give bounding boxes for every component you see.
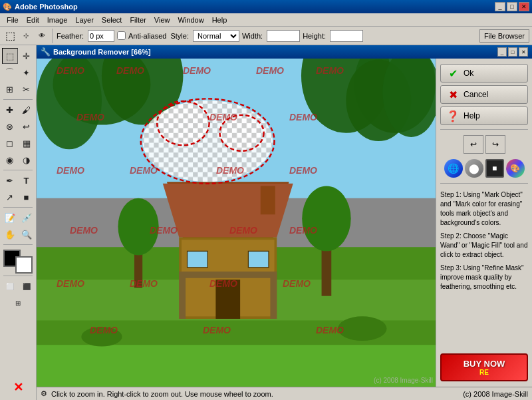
app-title: Adobe Photoshop	[15, 3, 78, 11]
toolbar-view-btn[interactable]: 👁	[35, 29, 49, 43]
toolbox: ⬚ ✛ ⌒ ✦ ⊞ ✂ ✚ 🖌 ⊗ ↩ ◻ ▦ ◉ ◑ ✒	[0, 45, 37, 400]
tool-shape[interactable]: ■	[19, 189, 35, 205]
tool-blur[interactable]: ◉	[2, 152, 18, 168]
svg-point-27	[338, 316, 386, 341]
buy-now-badge[interactable]: BUY NOW RE	[440, 353, 528, 381]
toolbar-tool-btn[interactable]: ⬚	[3, 29, 17, 43]
maximize-button[interactable]: □	[507, 2, 517, 11]
effect-btn-1[interactable]: 🌐	[444, 159, 463, 178]
effect-btn-4[interactable]: 🎨	[506, 159, 525, 178]
instruction-step2: Step 2: Choose "Magic Wand" or "Magic Fi…	[440, 232, 528, 260]
tool-text[interactable]: T	[19, 172, 35, 188]
tool-lasso[interactable]: ⌒	[2, 65, 18, 81]
undo-button[interactable]: ↩	[464, 135, 483, 154]
svg-rect-17	[261, 186, 275, 214]
instruction-step3: Step 3: Using "Refine Mask" improve mask…	[440, 264, 528, 292]
effect-btn-3[interactable]: ■	[485, 159, 504, 178]
menu-filter[interactable]: Filter	[126, 15, 150, 25]
copyright-text: (c) 2008 Image-Skill	[463, 390, 528, 398]
tool-row-5: ⊗ ↩	[2, 118, 35, 134]
help-button[interactable]: ❓ Help	[440, 106, 528, 125]
plugin-window: 🔧 Background Remover [66%] _ □ ✕	[37, 45, 532, 400]
tool-row-view: ⊞	[10, 295, 26, 311]
image-viewer[interactable]: DEMO DEMO DEMO DEMO DEMO DEMO DEMO DEMO …	[37, 59, 436, 387]
svg-point-22	[302, 186, 350, 251]
tool-slice[interactable]: ✂	[19, 81, 35, 97]
menu-file[interactable]: File	[3, 15, 23, 25]
tool-row-modes: ⬜ ⬛	[2, 278, 35, 294]
effect-btn-2[interactable]: ⬤	[465, 159, 483, 178]
ok-button[interactable]: ✔ Ok	[440, 64, 528, 83]
menu-edit[interactable]: Edit	[23, 15, 43, 25]
ok-label: Ok	[464, 69, 473, 78]
anti-aliased-label: Anti-aliased	[128, 32, 166, 40]
scene-svg	[37, 59, 436, 387]
svg-point-24	[118, 198, 158, 256]
feather-input[interactable]	[88, 30, 114, 42]
anti-aliased-checkbox[interactable]	[117, 31, 126, 40]
tool-gradient[interactable]: ▦	[19, 135, 35, 151]
width-input[interactable]	[267, 30, 300, 42]
tool-pen[interactable]: ✒	[2, 172, 18, 188]
minimize-button[interactable]: _	[495, 2, 505, 11]
tool-separator-5	[3, 276, 33, 276]
tool-mode-quick[interactable]: ⬛	[19, 278, 35, 294]
tool-separator-2	[3, 170, 33, 170]
style-select[interactable]: Normal Fixed Ratio Fixed Size	[193, 30, 239, 42]
menu-help[interactable]: Help	[208, 15, 231, 25]
tool-notes[interactable]: 📝	[2, 210, 18, 226]
instruction-step1: Step 1: Using "Mark Object" and "Mark co…	[440, 190, 528, 228]
ok-icon: ✔	[446, 67, 460, 80]
file-browser-button[interactable]: File Browser	[479, 29, 529, 43]
tool-hand[interactable]: ✋	[2, 226, 18, 242]
tool-stamp[interactable]: ⊗	[2, 118, 18, 134]
menu-image[interactable]: Image	[43, 15, 72, 25]
tool-eraser[interactable]: ◻	[2, 135, 18, 151]
toolbar-move-btn[interactable]: ⊹	[19, 29, 33, 43]
tool-row-7: ◉ ◑	[2, 152, 35, 168]
menu-view[interactable]: View	[150, 15, 174, 25]
plugin-minimize-btn[interactable]: _	[497, 47, 507, 57]
svg-point-33	[159, 104, 207, 145]
svg-rect-18	[179, 272, 186, 319]
tool-brush[interactable]: 🖌	[19, 102, 35, 118]
tool-marquee[interactable]: ⬚	[2, 48, 18, 64]
height-input[interactable]	[330, 30, 363, 42]
tool-history[interactable]: ↩	[19, 118, 35, 134]
menu-bar: File Edit Image Layer Select Filter View…	[0, 13, 532, 27]
tool-delete-mark: ✕	[13, 380, 23, 395]
plugin-title-bar: 🔧 Background Remover [66%] _ □ ✕	[37, 45, 532, 59]
tool-row-2: ⌒ ✦	[2, 65, 35, 81]
plugin-close-btn[interactable]: ✕	[519, 47, 528, 57]
tool-eyedropper[interactable]: 💉	[19, 210, 35, 226]
tool-crop[interactable]: ⊞	[2, 81, 18, 97]
tool-select-path[interactable]: ↗	[2, 189, 18, 205]
menu-window[interactable]: Window	[174, 15, 208, 25]
color-box[interactable]	[3, 250, 33, 274]
cancel-button[interactable]: ✖ Cancel	[440, 85, 528, 104]
tool-row-1: ⬚ ✛	[2, 48, 35, 64]
tool-row-8: ✒ T	[2, 172, 35, 188]
plugin-maximize-btn[interactable]: □	[508, 47, 517, 57]
menu-select[interactable]: Select	[98, 15, 126, 25]
tool-heal[interactable]: ✚	[2, 102, 18, 118]
tool-row-10: 📝 💉	[2, 210, 35, 226]
menu-layer[interactable]: Layer	[71, 15, 98, 25]
tool-move[interactable]: ✛	[19, 48, 35, 64]
panel-separator-1	[440, 129, 528, 130]
tool-row-4: ✚ 🖌	[2, 102, 35, 118]
tool-magic-wand[interactable]: ✦	[19, 65, 35, 81]
tool-zoom[interactable]: 🔍	[19, 226, 35, 242]
svg-rect-19	[270, 272, 277, 319]
close-button[interactable]: ✕	[519, 2, 529, 11]
tool-dodge[interactable]: ◑	[19, 152, 35, 168]
svg-point-28	[81, 327, 122, 346]
redo-button[interactable]: ↪	[485, 135, 505, 154]
tool-mode-normal[interactable]: ⬜	[2, 278, 18, 294]
cancel-label: Cancel	[464, 90, 488, 99]
app-icon: 🎨	[3, 3, 12, 11]
tool-row-9: ↗ ■	[2, 189, 35, 205]
svg-rect-26	[37, 345, 436, 387]
tool-screen-mode[interactable]: ⊞	[10, 295, 26, 311]
background-color[interactable]	[15, 256, 33, 274]
